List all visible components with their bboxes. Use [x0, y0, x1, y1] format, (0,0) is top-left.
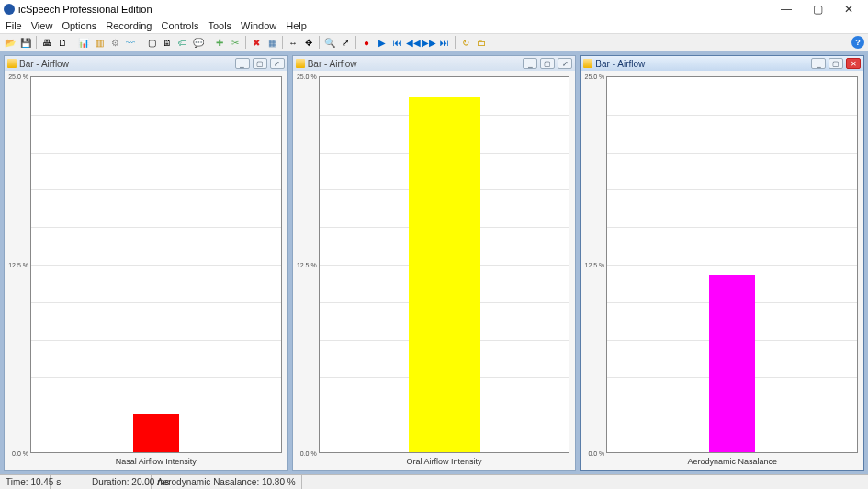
- panel-title-text: Bar - Airflow: [595, 59, 645, 69]
- y-tick-max: 25.0 %: [297, 74, 317, 80]
- bar: [409, 97, 480, 452]
- toolbar-print-icon[interactable]: 🖶: [39, 35, 54, 50]
- window-minimize-button[interactable]: —: [771, 0, 802, 18]
- toolbar-doc-icon[interactable]: 🗎: [160, 35, 175, 50]
- toolbar-back-icon[interactable]: ◀◀: [406, 35, 421, 50]
- panel-max-icon[interactable]: ▢: [829, 58, 843, 69]
- toolbar-end-icon[interactable]: ⏭: [437, 35, 452, 50]
- panel-min-icon[interactable]: ⎯: [811, 58, 826, 69]
- toolbar-gear-icon[interactable]: ⚙: [107, 35, 122, 50]
- y-tick-mid: 12.5 %: [297, 262, 317, 268]
- x-label: Nasal Airflow Intensity: [10, 453, 282, 466]
- y-tick-min: 0.0 %: [300, 450, 317, 457]
- toolbar-record-icon[interactable]: ●: [359, 35, 374, 50]
- panel-expand-icon[interactable]: ⤢: [558, 58, 572, 69]
- help-icon[interactable]: ?: [851, 36, 864, 49]
- panel-chart-icon: [296, 59, 305, 68]
- plot-area: [319, 76, 570, 453]
- toolbar-play-icon[interactable]: ▶: [375, 35, 389, 50]
- toolbar-hmove-icon[interactable]: ↔: [286, 35, 300, 50]
- y-axis: 25.0 % 12.5 % 0.0 %: [586, 76, 606, 453]
- app-icon: [4, 4, 15, 15]
- toolbar-chart-icon[interactable]: 📊: [76, 35, 91, 50]
- menu-options[interactable]: Options: [62, 20, 96, 31]
- panel-min-icon[interactable]: ⎯: [523, 58, 537, 69]
- menu-tools[interactable]: Tools: [208, 20, 231, 31]
- x-label: Oral Airflow Intensity: [299, 453, 570, 466]
- toolbar-zoomfit-icon[interactable]: ⤢: [338, 35, 353, 50]
- panel-expand-icon[interactable]: ⤢: [270, 58, 285, 69]
- menu-file[interactable]: File: [6, 20, 22, 31]
- panel-max-icon[interactable]: ▢: [253, 58, 267, 69]
- toolbar-save-icon[interactable]: 💾: [18, 35, 33, 50]
- menu-recording[interactable]: Recording: [106, 20, 152, 31]
- panel-title-text: Bar - Airflow: [19, 59, 69, 69]
- toolbar-printpreview-icon[interactable]: 🗋: [55, 35, 70, 50]
- y-axis: 25.0 % 12.5 % 0.0 %: [299, 76, 319, 453]
- window-maximize-button[interactable]: ▢: [802, 0, 833, 18]
- bar: [709, 275, 755, 452]
- statusbar: Time: 10.45 s Duration: 20.00 ms Aerodyn…: [0, 474, 868, 489]
- plot-area: [606, 76, 858, 453]
- x-label: Aerodynamic Nasalance: [586, 453, 858, 466]
- toolbar-marks-icon[interactable]: ✚: [212, 35, 227, 50]
- chart-area: 25.0 % 12.5 % 0.0 % Oral Airflow Intensi…: [293, 71, 576, 470]
- toolbar-layer-icon[interactable]: ▦: [265, 35, 279, 50]
- toolbar-rewind-icon[interactable]: ⏮: [390, 35, 405, 50]
- toolbar-vmove-icon[interactable]: ✥: [301, 35, 316, 50]
- toolbar-wave-icon[interactable]: 〰: [123, 35, 138, 50]
- app-title: icSpeech Professional Edition: [18, 4, 152, 15]
- window-titlebar: icSpeech Professional Edition — ▢ ✕: [0, 0, 868, 18]
- panel-chart-icon: [7, 59, 17, 68]
- toolbar-folder-icon[interactable]: 🗀: [474, 35, 489, 50]
- status-duration: Duration: 20.00 ms: [51, 475, 152, 489]
- panel-min-icon[interactable]: ⎯: [235, 58, 250, 69]
- plot-area: [30, 76, 282, 453]
- toolbar-zoom-icon[interactable]: 🔍: [322, 35, 337, 50]
- window-close-button[interactable]: ✕: [833, 0, 864, 18]
- chart-area: 25.0 % 12.5 % 0.0 % Nasal Airflow Intens…: [5, 71, 287, 470]
- toolbar-tag-icon[interactable]: 🏷: [175, 35, 190, 50]
- toolbar-delete-icon[interactable]: ✖: [249, 35, 264, 50]
- status-time: Time: 10.45 s: [0, 475, 51, 489]
- panel-nasalance: Bar - Airflow ⎯ ▢ ✕ 25.0 % 12.5 % 0.0 % …: [580, 55, 864, 471]
- toolbar-fwd-icon[interactable]: ▶▶: [422, 35, 436, 50]
- toolbar-loop-icon[interactable]: ↻: [458, 35, 473, 50]
- panel-nasal: Bar - Airflow ⎯ ▢ ⤢ 25.0 % 12.5 % 0.0 % …: [4, 55, 288, 471]
- panel-titlebar[interactable]: Bar - Airflow ⎯ ▢ ✕: [581, 56, 863, 71]
- toolbar-bars-icon[interactable]: ▥: [92, 35, 107, 50]
- y-tick-mid: 12.5 %: [8, 262, 28, 268]
- y-tick-min: 0.0 %: [588, 450, 604, 457]
- y-tick-max: 25.0 %: [585, 74, 605, 80]
- panel-oral: Bar - Airflow ⎯ ▢ ⤢ 25.0 % 12.5 % 0.0 % …: [292, 55, 577, 471]
- menu-window[interactable]: Window: [241, 20, 276, 31]
- menu-view[interactable]: View: [31, 20, 53, 31]
- bar: [133, 414, 179, 452]
- panel-max-icon[interactable]: ▢: [540, 58, 555, 69]
- menu-controls[interactable]: Controls: [161, 20, 198, 31]
- panel-chart-icon: [583, 59, 592, 68]
- panel-title-text: Bar - Airflow: [308, 59, 357, 69]
- y-axis: 25.0 % 12.5 % 0.0 %: [10, 76, 30, 453]
- toolbar-comment-icon[interactable]: 💬: [191, 35, 206, 50]
- toolbar-trim-icon[interactable]: ✂: [228, 35, 242, 50]
- menubar: File View Options Recording Controls Too…: [0, 18, 868, 33]
- toolbar-new-icon[interactable]: ▢: [144, 35, 159, 50]
- y-tick-max: 25.0 %: [8, 74, 28, 80]
- panel-titlebar[interactable]: Bar - Airflow ⎯ ▢ ⤢: [293, 56, 576, 71]
- y-tick-min: 0.0 %: [12, 450, 28, 457]
- toolbar: 📂 💾 🖶 🗋 📊 ▥ ⚙ 〰 ▢ 🗎 🏷 💬 ✚ ✂ ✖ ▦ ↔ ✥ 🔍 ⤢ …: [0, 33, 868, 51]
- panel-close-icon[interactable]: ✕: [846, 58, 861, 69]
- workspace: Bar - Airflow ⎯ ▢ ⤢ 25.0 % 12.5 % 0.0 % …: [0, 51, 868, 474]
- panel-titlebar[interactable]: Bar - Airflow ⎯ ▢ ⤢: [5, 56, 287, 71]
- menu-help[interactable]: Help: [286, 20, 307, 31]
- chart-area: 25.0 % 12.5 % 0.0 % Aerodynamic Nasalanc…: [581, 71, 863, 470]
- y-tick-mid: 12.5 %: [585, 262, 605, 268]
- status-nasalance: Aerodynamic Nasalance: 10.80 %: [152, 475, 302, 489]
- toolbar-open-icon[interactable]: 📂: [3, 35, 17, 50]
